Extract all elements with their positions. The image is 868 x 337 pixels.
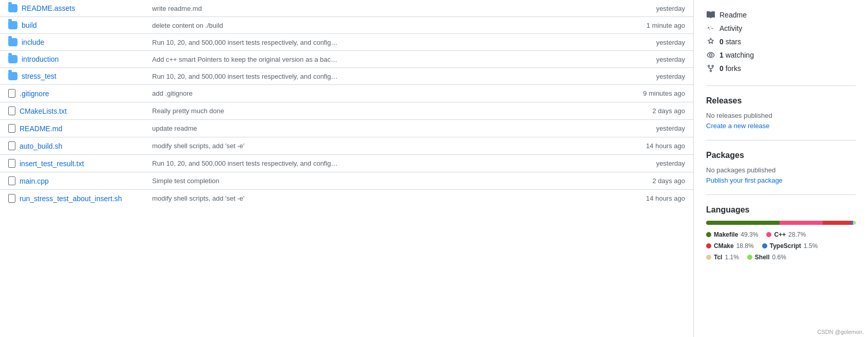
file-name-cell: introduction <box>0 51 144 68</box>
lang-dot <box>762 243 767 249</box>
file-name-cell: main.cpp <box>0 172 144 190</box>
commit-time: 9 minutes ago <box>611 85 693 102</box>
file-link[interactable]: .gitignore <box>20 90 49 98</box>
sidebar-watching-row[interactable]: 1 watching <box>706 48 856 62</box>
lang-dot <box>747 255 752 260</box>
forks-label: 0 forks <box>719 64 741 73</box>
lang-pct: 0.6% <box>772 254 786 261</box>
commit-message: Really pretty much done <box>144 102 611 120</box>
lang-pct: 28.7% <box>788 231 806 238</box>
table-row: .gitignoreadd .gitignore9 minutes ago <box>0 85 693 102</box>
star-icon <box>706 37 715 46</box>
lang-legend-item: C++28.7% <box>766 231 806 238</box>
folder-icon <box>8 21 17 29</box>
lang-bar-segment <box>706 221 780 225</box>
commit-message: Run 10, 20, and 500,000 insert tests res… <box>144 34 611 51</box>
sidebar-about-section: Readme Activity 0 stars <box>706 8 856 86</box>
table-row: run_stress_test_about_insert.shmodify sh… <box>0 190 693 207</box>
table-row: README.assetswrite readme.mdyesterday <box>0 0 693 17</box>
lang-bar-segment <box>780 221 823 225</box>
file-name-cell: insert_test_result.txt <box>0 155 144 172</box>
commit-time: 14 hours ago <box>611 190 693 207</box>
file-link[interactable]: CMakeLists.txt <box>20 107 67 115</box>
file-link[interactable]: run_stress_test_about_insert.sh <box>20 194 122 203</box>
packages-title: Packages <box>706 151 856 160</box>
folder-icon <box>8 38 17 46</box>
watching-label: 1 watching <box>719 51 754 59</box>
commit-message: Add c++ smart Pointers to keep the origi… <box>144 51 611 68</box>
commit-time: yesterday <box>611 120 693 137</box>
readme-label: Readme <box>719 11 747 19</box>
file-icon <box>8 124 15 133</box>
file-link[interactable]: stress_test <box>22 72 57 80</box>
commit-time: yesterday <box>611 0 693 17</box>
file-link[interactable]: auto_build.sh <box>20 142 62 150</box>
fork-icon <box>706 64 715 73</box>
commit-time: 2 days ago <box>611 102 693 120</box>
file-link[interactable]: insert_test_result.txt <box>20 159 84 168</box>
lang-name: Tcl <box>714 254 722 261</box>
commit-message: add .gitignore <box>144 85 611 102</box>
sidebar-forks-row[interactable]: 0 forks <box>706 62 856 75</box>
commit-message: write readme.md <box>144 0 611 17</box>
lang-name: Shell <box>755 254 770 261</box>
publish-package-link[interactable]: Publish your first package <box>706 176 783 184</box>
commit-message: modify shell scripts, add 'set -e' <box>144 190 611 207</box>
lang-pct: 1.5% <box>804 242 818 250</box>
lang-legend-item: Shell0.6% <box>747 254 786 261</box>
activity-icon <box>706 24 715 33</box>
commit-message: modify shell scripts, add 'set -e' <box>144 137 611 155</box>
file-icon <box>8 159 15 168</box>
activity-label: Activity <box>719 24 742 32</box>
sidebar: Readme Activity 0 stars <box>693 0 868 337</box>
file-name-cell: auto_build.sh <box>0 137 144 155</box>
sidebar-activity-row[interactable]: Activity <box>706 22 856 35</box>
file-link[interactable]: README.md <box>20 125 62 133</box>
languages-section: Languages Makefile49.3%C++28.7%CMake18.8… <box>706 205 856 271</box>
commit-message: Run 10, 20, and 500,000 insert tests res… <box>144 155 611 172</box>
sidebar-stars-row[interactable]: 0 stars <box>706 35 856 48</box>
table-row: includeRun 10, 20, and 500,000 insert te… <box>0 34 693 51</box>
watermark: CSDN @golemon. <box>817 329 864 335</box>
lang-dot <box>706 243 711 249</box>
table-row: main.cppSimple test completion2 days ago <box>0 172 693 190</box>
commit-time: yesterday <box>611 51 693 68</box>
file-name-cell: CMakeLists.txt <box>0 102 144 120</box>
file-name-cell: include <box>0 34 144 51</box>
file-name-cell: run_stress_test_about_insert.sh <box>0 190 144 207</box>
file-link[interactable]: README.assets <box>22 4 75 12</box>
table-row: insert_test_result.txtRun 10, 20, and 50… <box>0 155 693 172</box>
commit-time: 14 hours ago <box>611 137 693 155</box>
table-row: builddelete content on ./build1 minute a… <box>0 17 693 34</box>
lang-dot <box>766 232 771 237</box>
lang-name: CMake <box>714 242 734 250</box>
lang-name: Makefile <box>714 231 738 238</box>
lang-legend-item: Tcl1.1% <box>706 254 739 261</box>
file-link[interactable]: main.cpp <box>20 177 49 185</box>
file-link[interactable]: include <box>22 38 44 46</box>
folder-icon <box>8 72 17 80</box>
commit-message: Simple test completion <box>144 172 611 190</box>
no-packages-text: No packages published <box>706 166 856 174</box>
folder-icon <box>8 4 17 12</box>
lang-pct: 18.8% <box>736 242 754 250</box>
file-link[interactable]: build <box>22 21 37 29</box>
lang-name: TypeScript <box>770 242 801 250</box>
file-icon <box>8 141 15 150</box>
file-table: README.assetswrite readme.mdyesterdaybui… <box>0 0 693 207</box>
table-row: auto_build.shmodify shell scripts, add '… <box>0 137 693 155</box>
lang-legend-item: TypeScript1.5% <box>762 242 818 250</box>
lang-pct: 1.1% <box>725 254 738 261</box>
create-release-link[interactable]: Create a new release <box>706 122 770 130</box>
lang-legend-item: CMake18.8% <box>706 242 754 250</box>
commit-message: Run 10, 20, and 500,000 insert tests res… <box>144 68 611 85</box>
sidebar-readme-row[interactable]: Readme <box>706 8 856 22</box>
commit-time: yesterday <box>611 34 693 51</box>
lang-bar-segment <box>855 221 856 225</box>
table-row: stress_testRun 10, 20, and 500,000 inser… <box>0 68 693 85</box>
language-bar <box>706 221 856 225</box>
languages-title: Languages <box>706 205 856 215</box>
file-link[interactable]: introduction <box>22 55 59 63</box>
lang-pct: 49.3% <box>741 231 758 238</box>
watch-icon <box>706 50 715 60</box>
